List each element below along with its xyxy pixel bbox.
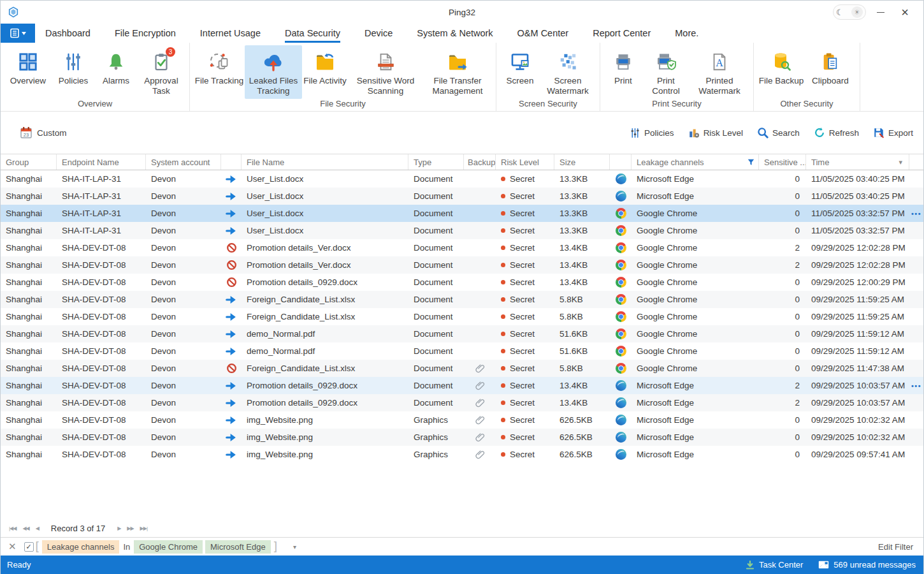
col-header-channel[interactable]: Leakage channels	[632, 154, 759, 170]
tab-file-encryption[interactable]: File Encryption	[115, 24, 176, 43]
table-row[interactable]: ShanghaiSHA-DEV-DT-08DevonPromotion deta…	[1, 239, 923, 256]
next-page-icon[interactable]: ▶	[117, 526, 120, 531]
table-row[interactable]: ShanghaiSHA-DEV-DT-08Devonimg_Website.pn…	[1, 411, 923, 429]
cell-action-icon	[221, 325, 242, 342]
ribbon-item-file-backup[interactable]: File Backup	[758, 45, 805, 99]
col-header-file[interactable]: File Name	[242, 154, 408, 170]
table-row[interactable]: ShanghaiSHA-DEV-DT-08DevonPromotion deta…	[1, 377, 923, 394]
ribbon-item-overview[interactable]: Overview	[4, 45, 52, 99]
ribbon-item-approval-task[interactable]: 3 Approval Task	[137, 45, 185, 99]
tab-report-center[interactable]: Report Center	[593, 24, 651, 43]
refresh-button[interactable]: Refresh	[814, 127, 859, 138]
theme-toggle[interactable]: ☾ ☀	[833, 4, 866, 20]
ribbon-item-file-tracking[interactable]: File Tracking	[194, 45, 245, 99]
table-row[interactable]: ShanghaiSHA-IT-LAP-31DevonUser_List.docx…	[1, 170, 923, 188]
table-row[interactable]: ShanghaiSHA-IT-LAP-31DevonUser_List.docx…	[1, 188, 923, 205]
tab-dashboard[interactable]: Dashboard	[45, 24, 90, 43]
tab-internet-usage[interactable]: Internet Usage	[200, 24, 261, 43]
ribbon-item-sensitive-word-scanning[interactable]: Sensitive Word Scanning	[348, 45, 423, 99]
cell-endpoint-name: SHA-DEV-DT-08	[57, 239, 146, 256]
table-row[interactable]: ShanghaiSHA-DEV-DT-08DevonPromotion deta…	[1, 394, 923, 411]
ribbon-item-alarms[interactable]: Alarms	[95, 45, 137, 99]
table-row[interactable]: ShanghaiSHA-DEV-DT-08DevonPromotion deta…	[1, 256, 923, 274]
cell-time: 09/29/2025 10:02:32 AM	[806, 429, 909, 446]
risk-dot-icon	[501, 383, 505, 388]
col-header-type[interactable]: Type	[408, 154, 464, 170]
tab-om-center[interactable]: O&M Center	[517, 24, 569, 43]
search-label: Search	[772, 128, 800, 138]
first-page-icon[interactable]: |◀◀	[9, 526, 16, 531]
ribbon-item-print-control[interactable]: Print Control	[642, 45, 689, 99]
col-header-channel-icon[interactable]	[610, 154, 632, 170]
cell-group: Shanghai	[1, 342, 57, 360]
risk-level-button[interactable]: Risk Level	[688, 127, 743, 138]
cell-system-account: Devon	[146, 170, 221, 188]
ribbon-item-printed-watermark[interactable]: A Printed Watermark	[689, 45, 749, 99]
tab-system-network[interactable]: System & Network	[417, 24, 493, 43]
filter-funnel-icon[interactable]	[747, 159, 754, 166]
filter-field-chip[interactable]: Leakage channels	[42, 540, 120, 554]
table-row[interactable]: ShanghaiSHA-DEV-DT-08Devondemo_Normal.pd…	[1, 325, 923, 342]
last-page-icon[interactable]: ▶▶|	[140, 526, 147, 531]
policies-button[interactable]: Policies	[630, 128, 674, 138]
cell-action-icon	[221, 308, 242, 325]
cell-risk-level: Secret	[496, 274, 554, 291]
custom-date-button[interactable]: 23 Custom	[20, 126, 67, 139]
col-header-account[interactable]: System account	[146, 154, 221, 170]
tab-device[interactable]: Device	[365, 24, 393, 43]
minimize-button[interactable]	[871, 4, 890, 20]
task-center-button[interactable]: Task Center	[746, 560, 803, 570]
ribbon-item-file-transfer-management[interactable]: File Transfer Management	[423, 45, 492, 99]
ribbon-item-file-activity[interactable]: File Activity	[302, 45, 348, 99]
table-row[interactable]: ShanghaiSHA-DEV-DT-08Devondemo_Normal.pd…	[1, 342, 923, 360]
tab-data-security[interactable]: Data Security	[285, 24, 340, 43]
col-header-backup[interactable]: Backup	[464, 154, 496, 170]
cell-group: Shanghai	[1, 205, 57, 222]
filter-enabled-checkbox[interactable]: ✓	[24, 542, 34, 552]
search-button[interactable]: Search	[757, 127, 800, 138]
table-row[interactable]: ShanghaiSHA-DEV-DT-08DevonForeign_Candid…	[1, 291, 923, 308]
next-group-icon[interactable]: ▶▶	[127, 526, 133, 531]
edge-browser-icon	[616, 191, 626, 202]
ribbon-item-screen[interactable]: Screen	[500, 45, 540, 99]
export-button[interactable]: Export	[873, 127, 913, 138]
col-header-sensitive[interactable]: Sensitive ...	[759, 154, 806, 170]
filter-dropdown-icon[interactable]: ▾	[293, 543, 296, 550]
table-row[interactable]: ShanghaiSHA-DEV-DT-08Devonimg_Website.pn…	[1, 429, 923, 446]
filter-value-chip[interactable]: Google Chrome	[134, 540, 203, 554]
status-ready: Ready	[7, 560, 31, 570]
filter-value-chip[interactable]: Microsoft Edge	[205, 540, 271, 554]
unread-messages-button[interactable]: 569 unread messages	[818, 560, 916, 570]
col-header-risk[interactable]: Risk Level	[496, 154, 554, 170]
cell-size: 13.4KB	[554, 377, 610, 394]
ribbon-item-policies[interactable]: Policies	[52, 45, 95, 99]
ribbon-item-leaked-files-tracking[interactable]: Leaked Files Tracking	[245, 45, 302, 99]
col-header-endpoint[interactable]: Endpoint Name	[57, 154, 146, 170]
table-row[interactable]: ShanghaiSHA-IT-LAP-31DevonUser_List.docx…	[1, 205, 923, 222]
table-row[interactable]: ShanghaiSHA-DEV-DT-08DevonForeign_Candid…	[1, 308, 923, 325]
col-header-size[interactable]: Size	[554, 154, 610, 170]
table-row[interactable]: ShanghaiSHA-DEV-DT-08Devonimg_Website.pn…	[1, 446, 923, 463]
remove-filter-icon[interactable]: ✕	[8, 541, 17, 552]
app-menu-button[interactable]	[1, 24, 35, 43]
prev-group-icon[interactable]: ◀◀	[22, 526, 29, 531]
tab-more[interactable]: More.	[675, 24, 698, 43]
prev-page-icon[interactable]: ◀	[36, 526, 39, 531]
col-header-group[interactable]: Group	[1, 154, 57, 170]
cell-channel-icon	[610, 325, 632, 342]
edit-filter-link[interactable]: Edit Filter	[878, 542, 913, 552]
table-row[interactable]: ShanghaiSHA-DEV-DT-08DevonForeign_Candid…	[1, 360, 923, 377]
col-header-action[interactable]	[221, 154, 242, 170]
ribbon-item-screen-watermark[interactable]: Screen Watermark	[540, 45, 596, 99]
cell-row-menu[interactable]: •••	[909, 377, 923, 394]
policies-label: Policies	[644, 128, 674, 138]
ribbon-item-clipboard[interactable]: Clipboard	[805, 45, 856, 99]
cell-row-menu	[909, 411, 923, 429]
ribbon-item-print[interactable]: Print	[604, 45, 642, 99]
chevron-down-icon[interactable]: ▾	[899, 158, 902, 166]
table-row[interactable]: ShanghaiSHA-DEV-DT-08DevonPromotion deta…	[1, 274, 923, 291]
cell-row-menu[interactable]: •••	[909, 205, 923, 222]
col-header-time[interactable]: Time ▾	[806, 154, 909, 170]
table-row[interactable]: ShanghaiSHA-IT-LAP-31DevonUser_List.docx…	[1, 222, 923, 239]
close-button[interactable]: ×	[895, 4, 914, 20]
